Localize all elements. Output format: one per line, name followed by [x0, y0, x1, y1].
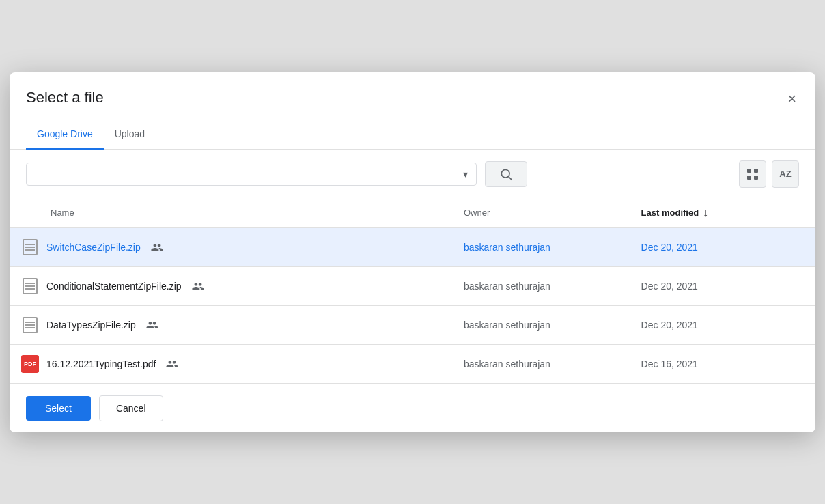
file-modified-cell: Dec 16, 2021	[630, 344, 815, 383]
zip-icon	[23, 239, 38, 255]
dialog-footer: Select Cancel	[10, 384, 815, 432]
file-owner-cell: baskaran sethurajan	[453, 266, 630, 305]
select-button[interactable]: Select	[26, 396, 91, 421]
svg-rect-5	[754, 176, 758, 180]
file-name: ConditionalStatementZipFile.zip	[46, 281, 182, 292]
share-icon	[150, 241, 164, 253]
svg-rect-3	[754, 169, 758, 173]
file-modified-cell: Dec 20, 2021	[630, 266, 815, 305]
file-picker-dialog: Select a file × Google Drive Upload ▾	[10, 72, 815, 432]
svg-line-1	[509, 176, 512, 180]
tab-google-drive[interactable]: Google Drive	[26, 120, 104, 150]
dialog-title: Select a file	[26, 89, 104, 107]
file-owner-cell: baskaran sethurajan	[453, 305, 630, 344]
search-input[interactable]	[35, 169, 463, 180]
file-name-cell: PDF 16.12.2021TypingTest.pdf	[10, 345, 453, 383]
share-icon	[165, 358, 179, 370]
svg-rect-2	[747, 169, 751, 173]
tab-bar: Google Drive Upload	[10, 120, 815, 150]
share-icon	[145, 319, 159, 331]
table-row[interactable]: PDF 16.12.2021TypingTest.pdf baskaran se…	[10, 344, 815, 383]
tab-upload[interactable]: Upload	[104, 120, 156, 150]
file-owner-cell: baskaran sethurajan	[453, 344, 630, 383]
share-icon	[191, 280, 205, 292]
file-name: DataTypesZipFile.zip	[46, 320, 136, 331]
table-row[interactable]: DataTypesZipFile.zip baskaran sethurajan…	[10, 305, 815, 344]
col-header-name: Name	[10, 199, 453, 228]
file-name-cell: ConditionalStatementZipFile.zip	[10, 267, 453, 305]
view-buttons: AZ	[739, 160, 799, 188]
dropdown-arrow-icon[interactable]: ▾	[463, 169, 468, 180]
grid-icon	[746, 168, 759, 180]
col-header-owner: Owner	[453, 199, 630, 228]
cancel-button[interactable]: Cancel	[99, 395, 163, 421]
svg-rect-4	[747, 176, 751, 180]
sort-view-button[interactable]: AZ	[772, 160, 799, 188]
file-modified-cell: Dec 20, 2021	[630, 305, 815, 344]
col-header-modified[interactable]: Last modified ↓	[630, 199, 815, 228]
file-name-cell: SwitchCaseZipFile.zip	[10, 228, 453, 266]
grid-view-button[interactable]	[739, 160, 766, 188]
zip-icon	[23, 317, 38, 333]
close-button[interactable]: ×	[785, 89, 799, 109]
file-table: Name Owner Last modified ↓	[10, 199, 815, 384]
file-name: SwitchCaseZipFile.zip	[46, 242, 141, 253]
search-container: ▾	[26, 163, 477, 186]
zip-icon	[23, 278, 38, 294]
file-name: 16.12.2021TypingTest.pdf	[46, 359, 156, 369]
file-modified-cell: Dec 20, 2021	[630, 227, 815, 266]
sort-arrow-icon: ↓	[703, 207, 708, 219]
sort-az-icon: AZ	[779, 169, 791, 179]
table-row[interactable]: SwitchCaseZipFile.zip baskaran sethuraja…	[10, 227, 815, 266]
toolbar: ▾ AZ	[10, 150, 815, 199]
pdf-icon: PDF	[21, 355, 39, 373]
search-button[interactable]	[485, 161, 527, 187]
table-header-row: Name Owner Last modified ↓	[10, 199, 815, 228]
file-list: SwitchCaseZipFile.zip baskaran sethuraja…	[10, 227, 815, 383]
dialog-header: Select a file ×	[10, 72, 815, 109]
file-owner-cell: baskaran sethurajan	[453, 227, 630, 266]
table-row[interactable]: ConditionalStatementZipFile.zip baskaran…	[10, 266, 815, 305]
file-name-cell: DataTypesZipFile.zip	[10, 306, 453, 344]
search-icon	[499, 167, 513, 181]
